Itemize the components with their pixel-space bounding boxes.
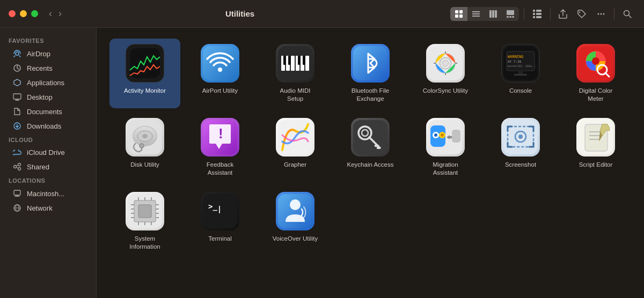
app-item-screenshot[interactable]: Screenshot [485,113,556,182]
app-item-feedback[interactable]: ! Feedback Assistant [185,113,255,182]
svg-rect-16 [533,16,535,18]
svg-text:!: ! [218,125,223,141]
system-info-label: System Information [121,235,169,251]
svg-point-32 [18,168,21,170]
feedback-label: Feedback Assistant [196,161,244,177]
svg-text:WARNING: WARNING [508,55,524,59]
bluetooth-icon [351,44,390,83]
svg-line-25 [629,15,632,18]
svg-rect-124 [278,194,312,228]
app-item-keychain[interactable]: Keychain Access [335,113,406,182]
svg-rect-13 [512,16,514,18]
svg-point-125 [290,199,301,210]
airport-icon [201,44,239,83]
app-item-audio-midi[interactable]: Audio MIDI Setup [260,39,331,108]
app-item-disk-utility[interactable]: Disk Utility [109,113,180,182]
sidebar-item-airdrop[interactable]: AirDrop [4,47,92,61]
app-item-digital-color[interactable]: Digital Color Meter [560,39,631,108]
macintosh-icon [13,189,23,198]
svg-rect-10 [507,10,514,15]
app-item-terminal[interactable]: >_ Terminal [185,187,255,256]
svg-rect-9 [495,10,497,18]
svg-rect-87 [375,145,379,147]
list-view-button[interactable] [467,7,485,21]
audio-midi-label: Audio MIDI Setup [271,87,319,103]
svg-rect-0 [455,10,458,13]
svg-rect-95 [452,130,460,143]
sidebar-item-macintosh[interactable]: Macintosh... [4,187,92,200]
keychain-label: Keychain Access [347,161,394,169]
minimize-button[interactable] [20,10,27,17]
svg-point-20 [579,11,580,12]
svg-rect-5 [472,13,480,14]
close-button[interactable] [9,10,16,17]
documents-label: Documents [27,108,62,116]
svg-text:>_: >_ [208,202,217,211]
icon-view-button[interactable] [450,7,467,21]
tag-button[interactable] [574,7,590,21]
column-view-button[interactable] [485,7,502,21]
shared-label: Shared [27,163,49,171]
sidebar-item-network[interactable]: Network [4,201,92,215]
screenshot-label: Screenshot [505,161,536,169]
svg-rect-17 [536,10,541,12]
svg-rect-49 [288,56,291,65]
svg-text:kernel[0]: IOSu...: kernel[0]: IOSu... [508,64,537,68]
app-item-airport-utility[interactable]: AirPort Utility [185,39,255,108]
svg-rect-47 [305,56,309,71]
shared-icon [13,162,23,171]
svg-rect-48 [283,56,286,65]
svg-rect-12 [509,16,511,18]
downloads-icon [13,122,23,130]
terminal-icon: >_ [201,192,239,230]
sidebar-item-desktop[interactable]: Desktop [4,90,92,104]
gallery-view-button[interactable] [502,7,519,21]
divider-1 [524,9,524,19]
sidebar-item-applications[interactable]: Applications [4,76,92,90]
svg-point-23 [603,13,605,14]
airport-label: AirPort Utility [202,87,238,95]
group-button[interactable] [529,7,545,21]
grapher-label: Grapher [284,161,306,169]
macintosh-label: Macintosh... [27,190,64,198]
sidebar-item-downloads[interactable]: Downloads [4,119,92,133]
app-item-activity-monitor[interactable]: Activity Monitor [109,39,180,108]
search-button[interactable] [619,7,635,21]
app-item-console[interactable]: WARNING AY 7:36 kernel[0]: IOSu... Conso… [485,39,556,108]
digital-color-label: Digital Color Meter [572,87,620,103]
app-item-colorsync[interactable]: ColorSync Utility [410,39,481,108]
svg-rect-123 [219,206,220,213]
share-button[interactable] [555,7,570,21]
bluetooth-label: Bluetooth File Exchange [346,87,394,103]
svg-point-22 [601,13,602,14]
app-item-script-editor[interactable]: Script Editor [560,113,631,182]
colorsync-icon [426,44,465,83]
svg-point-21 [598,13,599,14]
sidebar-item-icloud-drive[interactable]: iCloud Drive [4,146,92,159]
system-info-icon [126,192,164,230]
sidebar-item-shared[interactable]: Shared [4,160,92,174]
svg-rect-14 [533,10,535,12]
app-item-migration[interactable]: Migration Assistant [410,113,481,182]
migration-label: Migration Assistant [421,161,470,177]
main-layout: Favorites AirDrop Recents [0,28,644,298]
window-title: Utilities [30,9,450,18]
app-grid: Activity Monitor [109,39,631,256]
title-bar: ‹ › Utilities [0,0,644,28]
svg-point-26 [16,52,19,55]
app-item-bluetooth[interactable]: Bluetooth File Exchange [335,39,406,108]
svg-point-71 [592,57,599,65]
svg-rect-18 [536,13,541,15]
app-item-system-info[interactable]: System Information [109,187,180,256]
airdrop-icon [13,49,23,58]
sidebar-item-documents[interactable]: Documents [4,105,92,118]
app-item-grapher[interactable]: Grapher [260,113,331,182]
more-button[interactable] [593,7,609,21]
content-area: Activity Monitor [97,28,644,298]
sidebar-item-recents[interactable]: Recents [4,61,92,75]
svg-rect-50 [298,56,301,65]
svg-rect-11 [507,16,509,18]
app-item-voiceover[interactable]: VoiceOver Utility [260,187,331,256]
recents-icon [13,64,23,72]
disk-utility-icon [126,118,164,157]
